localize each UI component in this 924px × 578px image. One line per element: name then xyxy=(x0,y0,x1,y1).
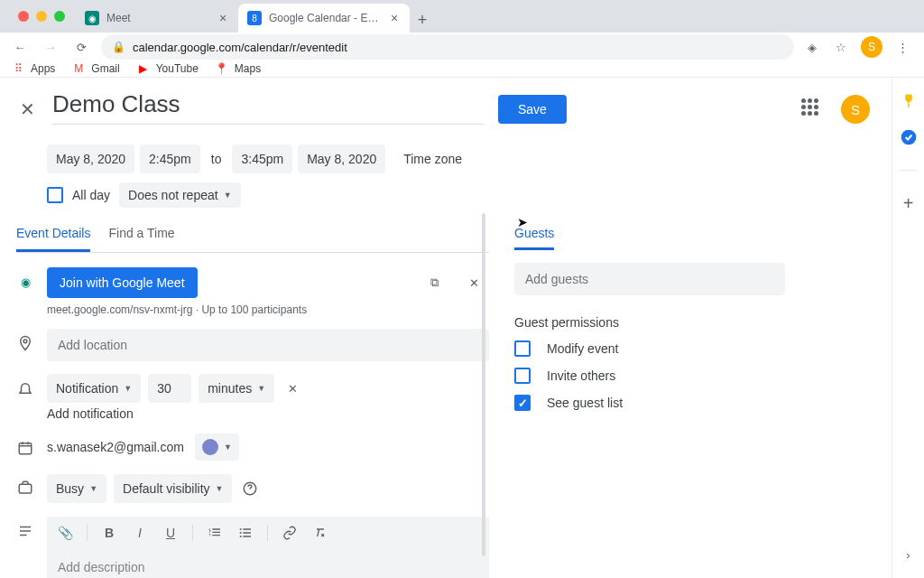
back-button[interactable]: ← xyxy=(9,36,31,58)
page-body: ✕ Demo Class Save S May 8, 2020 2:45pm t… xyxy=(0,78,924,578)
perm-seelist-checkbox[interactable] xyxy=(514,395,531,411)
tasks-icon[interactable] xyxy=(900,128,918,146)
maximize-window[interactable] xyxy=(54,11,65,22)
close-editor-button[interactable]: ✕ xyxy=(16,98,38,120)
gmail-icon: M xyxy=(71,61,86,76)
lock-icon: 🔒 xyxy=(112,41,125,53)
keep-icon[interactable] xyxy=(900,92,918,110)
clear-formatting-icon[interactable] xyxy=(311,524,329,542)
eye-icon[interactable]: ◈ xyxy=(803,38,821,56)
perm-modify-row: Modify event xyxy=(514,340,785,357)
tab-close-icon[interactable]: × xyxy=(217,12,229,24)
bullet-list-icon[interactable] xyxy=(236,524,254,542)
event-header: ✕ Demo Class Save S xyxy=(16,90,892,128)
bookmark-apps[interactable]: ⠿ Apps xyxy=(11,61,55,76)
organizer-email: s.wanasek2@gmail.com xyxy=(47,440,184,454)
youtube-icon: ▶ xyxy=(136,61,151,76)
profile-avatar[interactable]: S xyxy=(861,36,882,58)
address-bar-row: ← → ⟳ 🔒 calendar.google.com/calendar/r/e… xyxy=(0,33,924,60)
bell-icon xyxy=(16,379,34,397)
window-controls xyxy=(7,0,76,33)
chevron-down-icon: ▼ xyxy=(224,191,232,200)
start-date-chip[interactable]: May 8, 2020 xyxy=(47,144,134,173)
chevron-down-icon: ▼ xyxy=(224,443,232,452)
meet-row: ◉ Join with Google Meet ⧉ ✕ meet.google.… xyxy=(16,267,489,316)
google-side-panel: + › xyxy=(892,78,924,578)
attach-icon[interactable]: 📎 xyxy=(56,524,74,542)
availability-dropdown[interactable]: Busy▼ xyxy=(47,474,106,503)
chevron-down-icon: ▼ xyxy=(124,384,132,393)
bold-icon[interactable]: B xyxy=(100,524,118,542)
permissions-heading: Guest permissions xyxy=(514,315,785,330)
tab-strip: ◉ Meet × 8 Google Calendar - Event detai… xyxy=(0,0,924,33)
add-guests-input[interactable] xyxy=(514,263,785,295)
event-title-input[interactable]: Demo Class xyxy=(52,90,484,118)
url-text: calendar.google.com/calendar/r/eventedit xyxy=(133,41,347,54)
remove-notification-icon[interactable]: ✕ xyxy=(282,378,303,399)
repeat-dropdown[interactable]: Does not repeat ▼ xyxy=(119,182,241,208)
location-input[interactable] xyxy=(47,329,489,361)
bookmark-gmail[interactable]: M Gmail xyxy=(71,61,119,76)
add-addon-icon[interactable]: + xyxy=(900,194,918,212)
end-time-chip[interactable]: 3:45pm xyxy=(232,144,292,173)
bookmark-maps[interactable]: 📍 Maps xyxy=(215,61,261,76)
italic-icon[interactable]: I xyxy=(131,524,149,542)
calendar-color-dropdown[interactable]: ▼ xyxy=(195,434,239,461)
visibility-dropdown[interactable]: Default visibility▼ xyxy=(114,474,232,503)
end-date-chip[interactable]: May 8, 2020 xyxy=(298,144,385,173)
perm-seelist-row: See guest list xyxy=(514,395,785,411)
save-button[interactable]: Save xyxy=(498,95,567,124)
notification-type-dropdown[interactable]: Notification▼ xyxy=(47,374,141,403)
chevron-down-icon: ▼ xyxy=(257,384,265,393)
address-bar[interactable]: 🔒 calendar.google.com/calendar/r/evented… xyxy=(101,34,794,60)
add-notification-link[interactable]: Add notification xyxy=(47,406,489,421)
allday-row: All day Does not repeat ▼ xyxy=(47,182,489,208)
numbered-list-icon[interactable] xyxy=(206,524,224,542)
forward-button[interactable]: → xyxy=(40,36,61,58)
minimize-window[interactable] xyxy=(36,11,47,22)
location-pin-icon xyxy=(16,334,34,352)
perm-invite-checkbox[interactable] xyxy=(514,368,531,384)
details-column: Event Details Find a Time ◉ Join with Go… xyxy=(16,226,489,578)
account-avatar[interactable]: S xyxy=(841,95,870,124)
new-tab-button[interactable]: + xyxy=(410,7,435,33)
all-day-label: All day xyxy=(72,188,110,202)
details-tabs: Event Details Find a Time xyxy=(16,226,489,253)
chevron-down-icon: ▼ xyxy=(216,484,224,493)
link-icon[interactable] xyxy=(281,524,299,542)
meet-sub-text: meet.google.com/nsv-nxmt-jrg · Up to 100… xyxy=(47,303,489,316)
google-apps-button[interactable] xyxy=(801,98,823,120)
browser-tab-calendar[interactable]: 8 Google Calendar - Event detail × xyxy=(238,4,410,33)
bookmarks-bar: ⠿ Apps M Gmail ▶ YouTube 📍 Maps xyxy=(0,60,924,78)
start-time-chip[interactable]: 2:45pm xyxy=(140,144,200,173)
meet-favicon-icon: ◉ xyxy=(85,11,99,25)
tab-event-details[interactable]: Event Details xyxy=(16,226,90,252)
notification-value-input[interactable]: 30 xyxy=(148,374,191,403)
guests-column: Guests Guest permissions Modify event In… xyxy=(514,226,785,578)
tab-guests[interactable]: Guests xyxy=(514,226,554,250)
all-day-checkbox[interactable] xyxy=(47,187,63,203)
description-toolbar: 📎 B I U xyxy=(47,517,489,549)
calendar-favicon-icon: 8 xyxy=(247,11,262,25)
perm-modify-checkbox[interactable] xyxy=(514,340,531,357)
star-icon[interactable]: ☆ xyxy=(832,38,850,56)
reload-button[interactable]: ⟳ xyxy=(70,36,92,58)
svg-point-5 xyxy=(240,532,242,534)
timezone-link[interactable]: Time zone xyxy=(403,152,462,166)
tab-find-time[interactable]: Find a Time xyxy=(108,226,174,252)
column-scrollbar[interactable] xyxy=(482,213,485,556)
join-meet-button[interactable]: Join with Google Meet xyxy=(47,267,198,298)
kebab-menu-icon[interactable]: ⋮ xyxy=(893,38,911,56)
to-label: to xyxy=(206,152,227,166)
visibility-help-icon[interactable] xyxy=(239,473,261,504)
tab-close-icon[interactable]: × xyxy=(388,12,401,24)
description-textarea[interactable]: Add description xyxy=(47,549,489,578)
close-window[interactable] xyxy=(18,11,29,22)
notification-unit-dropdown[interactable]: minutes▼ xyxy=(199,374,274,403)
bookmark-youtube[interactable]: ▶ YouTube xyxy=(136,61,199,76)
description-row: 📎 B I U xyxy=(16,517,489,578)
underline-icon[interactable]: U xyxy=(162,524,180,542)
browser-tab-meet[interactable]: ◉ Meet × xyxy=(76,4,238,33)
collapse-panel-icon[interactable]: › xyxy=(900,545,918,564)
copy-meet-link-icon[interactable]: ⧉ xyxy=(419,267,449,298)
